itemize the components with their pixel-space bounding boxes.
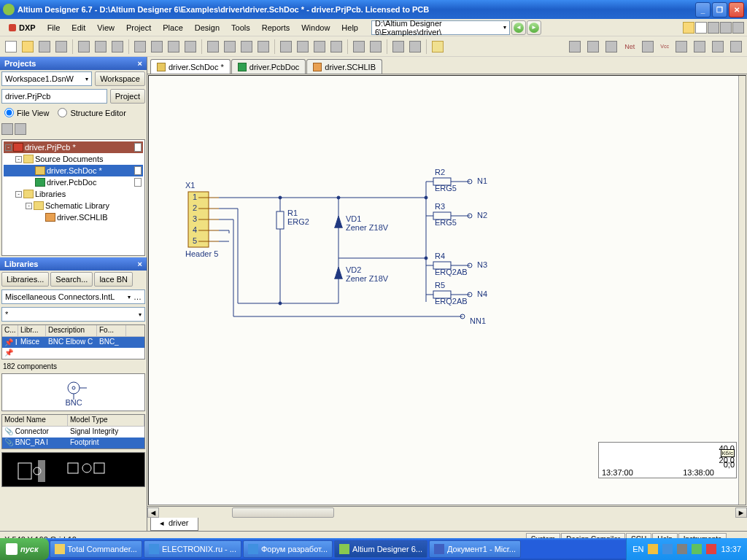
toolbar-button[interactable]	[368, 39, 384, 55]
toolbar-button[interactable]	[710, 39, 726, 55]
horizontal-scrollbar[interactable]: ◄►	[147, 506, 747, 518]
schematic-canvas[interactable]: X1 Header 5 1 2 3 4 5	[148, 75, 746, 505]
toolbar-button[interactable]	[683, 22, 694, 34]
toolbar-button[interactable]	[640, 39, 656, 55]
project-tree[interactable]: -driver.PrjPcb *-Source Documentsdriver.…	[1, 139, 145, 256]
project-button[interactable]: Project	[110, 89, 145, 104]
toolbar-button[interactable]	[36, 39, 53, 55]
path-combo[interactable]: D:\Altium Designer 6\Examples\driver\▾	[371, 20, 510, 35]
library-filter[interactable]: *▾	[1, 307, 145, 322]
tray-icon[interactable]	[706, 544, 716, 554]
taskbar-task[interactable]: Форум разработ...	[243, 540, 333, 558]
toolbar-button[interactable]	[182, 39, 198, 55]
maximize-button[interactable]: ❐	[712, 2, 727, 18]
toolbar-button[interactable]	[720, 22, 732, 34]
library-combo[interactable]: Miscellaneous Connectors.IntL▾…	[1, 289, 145, 304]
toolbar-button[interactable]	[708, 22, 719, 34]
menu-reports[interactable]: Reports	[256, 21, 296, 34]
menu-window[interactable]: Window	[295, 21, 336, 34]
taskbar-task[interactable]: Altium Designer 6...	[334, 540, 427, 558]
toolbar-button[interactable]	[311, 39, 328, 55]
taskbar-task[interactable]: ELECTRONIX.ru - ...	[144, 540, 241, 558]
start-button[interactable]: пуск	[0, 538, 49, 560]
toolbar-button[interactable]	[585, 39, 601, 55]
toolbar-button[interactable]	[328, 39, 344, 55]
proj-toolbar-button[interactable]	[1, 123, 13, 135]
toolbar-button[interactable]	[132, 39, 148, 55]
models-grid[interactable]: Model Name Model Type 📎 ConnectorSignal …	[1, 414, 145, 449]
toolbar-button[interactable]	[239, 39, 255, 55]
tree-item[interactable]: -Source Documents	[4, 153, 143, 165]
toolbar-button[interactable]: Vcc	[658, 39, 671, 55]
proj-toolbar-button[interactable]	[15, 123, 26, 135]
tray-icon[interactable]	[677, 544, 687, 554]
tree-item[interactable]: driver.SCHLIB	[4, 211, 143, 223]
document-tab[interactable]: driver.SchDoc *	[150, 59, 231, 74]
toolbar-button[interactable]	[20, 39, 36, 55]
menu-view[interactable]: View	[91, 21, 120, 34]
toolbar-button[interactable]	[278, 39, 294, 55]
tray-icon[interactable]	[662, 544, 673, 554]
close-button[interactable]: ✕	[729, 2, 744, 18]
toolbar-button[interactable]	[166, 39, 182, 55]
panel-close-icon[interactable]: ×	[138, 59, 142, 68]
components-grid[interactable]: C... Libr... Description Fo... 📌 I Misce…	[1, 324, 145, 359]
taskbar-task[interactable]: Документ1 - Micr...	[429, 540, 521, 558]
toolbar-button[interactable]	[93, 39, 109, 55]
tree-item[interactable]: driver.SchDoc *	[4, 165, 143, 176]
toolbar-button[interactable]	[109, 39, 125, 55]
document-tab[interactable]: driver.PcbDoc	[231, 59, 306, 74]
project-combo[interactable]: driver.PrjPcb	[1, 89, 107, 104]
toolbar-button[interactable]	[692, 39, 708, 55]
document-tab[interactable]: driver.SCHLIB	[306, 59, 382, 74]
toolbar-button[interactable]	[407, 39, 423, 55]
workspace-button[interactable]: Workspace	[95, 71, 145, 86]
menu-file[interactable]: File	[42, 21, 66, 34]
nav-back-button[interactable]: ◄	[511, 20, 526, 35]
menu-project[interactable]: Project	[120, 21, 157, 34]
dxp-menu[interactable]: DXP	[9, 23, 36, 32]
structeditor-radio[interactable]: Structure Editor	[55, 106, 128, 119]
tree-item[interactable]: driver.PcbDoc	[4, 176, 143, 188]
toolbar-button[interactable]: Net	[622, 39, 638, 55]
nav-fwd-button[interactable]: ►	[527, 20, 541, 35]
toolbar-button[interactable]	[205, 39, 221, 55]
toolbar-button[interactable]	[3, 39, 19, 55]
panel-close-icon[interactable]: ×	[138, 260, 142, 268]
tree-item[interactable]: -driver.PrjPcb *	[4, 141, 143, 153]
place-button[interactable]: lace BN	[94, 272, 133, 287]
toolbar-button[interactable]	[732, 22, 744, 34]
toolbar-button[interactable]	[255, 39, 271, 55]
right-panel-strip[interactable]	[738, 76, 746, 505]
toolbar-button[interactable]	[149, 39, 165, 55]
toolbar-button[interactable]	[222, 39, 238, 55]
toolbar-button[interactable]	[53, 39, 69, 55]
toolbar-button[interactable]	[673, 39, 689, 55]
toolbar-button[interactable]	[295, 39, 311, 55]
fileview-radio[interactable]: File View	[1, 106, 52, 119]
tray-icon[interactable]	[648, 544, 658, 554]
menu-place[interactable]: Place	[157, 21, 189, 34]
libraries-button[interactable]: Libraries...	[1, 272, 49, 287]
toolbar-button[interactable]	[430, 39, 446, 55]
toolbar-button[interactable]	[695, 22, 707, 34]
menu-tools[interactable]: Tools	[225, 21, 256, 34]
taskbar-task[interactable]: Total Commander...	[50, 540, 142, 558]
tree-item[interactable]: -Libraries	[4, 188, 143, 200]
toolbar-button[interactable]	[728, 39, 744, 55]
sheet-tabs[interactable]: ◂driver	[147, 518, 747, 531]
menu-help[interactable]: Help	[336, 21, 364, 34]
minimize-button[interactable]: _	[695, 2, 711, 18]
tree-item[interactable]: -Schematic Library	[4, 200, 143, 211]
tray-icon[interactable]	[692, 544, 702, 554]
system-tray[interactable]: EN 13:37	[626, 538, 747, 560]
workspace-combo[interactable]: Workspace1.DsnW▾	[1, 71, 92, 86]
toolbar-button[interactable]	[567, 39, 583, 55]
toolbar-button[interactable]	[390, 39, 406, 55]
search-button[interactable]: Search...	[50, 272, 93, 287]
toolbar-button[interactable]	[76, 39, 92, 55]
language-indicator[interactable]: EN	[632, 545, 643, 553]
menu-edit[interactable]: Edit	[66, 21, 91, 34]
menu-design[interactable]: Design	[189, 21, 225, 34]
toolbar-button[interactable]	[603, 39, 619, 55]
